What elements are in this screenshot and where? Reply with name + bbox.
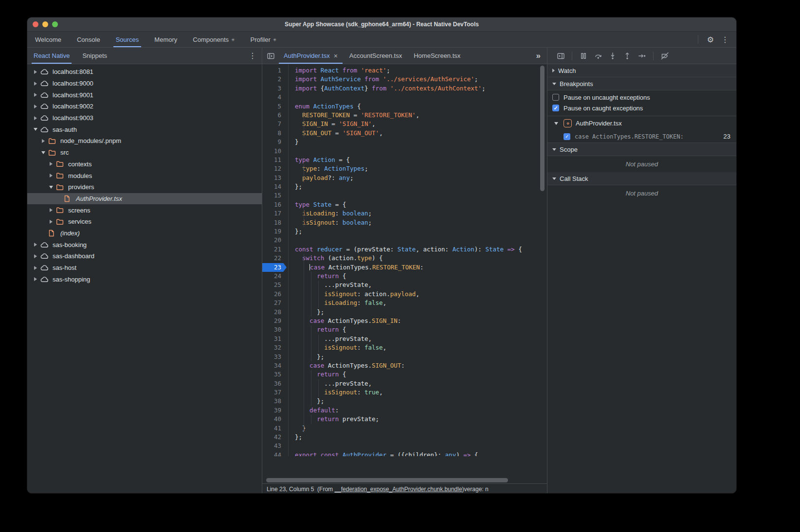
tree-item-index[interactable]: (index) — [27, 228, 262, 239]
tree-item-sas-shopping[interactable]: sas-shopping — [27, 273, 262, 285]
line-number[interactable]: 28 — [262, 308, 287, 317]
tree-item-sas-host[interactable]: sas-host — [27, 262, 262, 274]
checked-checkbox[interactable]: ✓ — [564, 133, 570, 140]
tree-item-sas-booking[interactable]: sas-booking — [27, 239, 262, 250]
tree-item-localhost-9002[interactable]: localhost:9002 — [27, 101, 262, 112]
line-number[interactable]: 12 — [262, 164, 287, 173]
editor-tab-homescreen-tsx[interactable]: HomeScreen.tsx — [409, 48, 465, 64]
line-number[interactable]: 16 — [262, 200, 287, 209]
line-number[interactable]: 17 — [262, 209, 287, 218]
line-number[interactable]: 20 — [262, 236, 287, 245]
tree-expanded-arrow-icon[interactable] — [39, 151, 47, 154]
checked-checkbox[interactable]: ✓ — [552, 105, 559, 111]
line-number[interactable]: 29 — [262, 317, 287, 325]
tab-sources[interactable]: Sources — [113, 32, 142, 47]
tree-item-providers[interactable]: providers — [27, 181, 262, 193]
line-number[interactable]: 38 — [262, 397, 287, 406]
line-number[interactable]: 3 — [262, 84, 287, 93]
line-number[interactable]: 37 — [262, 388, 287, 397]
tree-item-sas-auth[interactable]: sas-auth — [27, 124, 262, 135]
unchecked-checkbox[interactable] — [552, 94, 559, 101]
line-number[interactable]: 9 — [262, 138, 287, 146]
line-number[interactable]: 1 — [262, 66, 287, 75]
code-editor[interactable]: 1import React from 'react';2import AuthS… — [262, 64, 547, 477]
tree-collapsed-arrow-icon[interactable] — [47, 174, 55, 177]
line-number[interactable]: 13 — [262, 174, 287, 182]
tree-expanded-arrow-icon[interactable] — [32, 128, 39, 131]
tab-memory[interactable]: Memory — [152, 32, 180, 47]
step-into-icon[interactable] — [605, 50, 620, 62]
tree-collapsed-arrow-icon[interactable] — [47, 220, 55, 224]
editor-horizontal-scrollbar[interactable] — [266, 478, 508, 482]
tree-item-contexts[interactable]: contexts — [27, 159, 262, 170]
line-number[interactable]: 43 — [262, 442, 287, 450]
tree-collapsed-arrow-icon[interactable] — [32, 93, 39, 97]
navigator-tab-react-native[interactable]: React Native — [32, 48, 72, 64]
tree-collapsed-arrow-icon[interactable] — [32, 277, 39, 281]
step-icon[interactable] — [635, 50, 649, 62]
close-window-button[interactable] — [33, 21, 38, 27]
line-number[interactable]: 8 — [262, 129, 287, 138]
settings-gear-icon[interactable]: ⚙ — [704, 33, 717, 46]
scope-section-header[interactable]: Scope — [547, 143, 736, 156]
editor-tab-accountscreen-tsx[interactable]: AccountScreen.tsx — [345, 48, 407, 64]
tree-item-screens[interactable]: screens — [27, 204, 262, 216]
line-number[interactable]: 22 — [262, 254, 287, 263]
line-number[interactable]: 26 — [262, 290, 287, 299]
tab-console[interactable]: Console — [74, 32, 103, 47]
line-number[interactable]: 14 — [262, 182, 287, 191]
tree-collapsed-arrow-icon[interactable] — [32, 116, 39, 120]
line-number[interactable]: 40 — [262, 415, 287, 424]
line-number[interactable]: 21 — [262, 245, 287, 254]
line-number[interactable]: 11 — [262, 156, 287, 164]
line-number[interactable]: 10 — [262, 147, 287, 156]
line-number[interactable]: 41 — [262, 424, 287, 433]
tree-item-localhost-8081[interactable]: localhost:8081 — [27, 66, 262, 78]
line-number[interactable]: 44 — [262, 451, 287, 456]
tree-item-sas-dashboard[interactable]: sas-dashboard — [27, 250, 262, 262]
tree-item-modules[interactable]: modules — [27, 170, 262, 181]
tree-collapsed-arrow-icon[interactable] — [32, 266, 39, 270]
deactivate-breakpoints-icon[interactable] — [657, 50, 672, 62]
tree-collapsed-arrow-icon[interactable] — [32, 254, 39, 258]
minimize-window-button[interactable] — [42, 21, 48, 27]
source-bundle-link[interactable]: __federation_expose_AuthProvider.chunk.b… — [334, 486, 462, 493]
watch-section-header[interactable]: Watch — [547, 64, 736, 77]
navigator-menu-kebab-icon[interactable]: ⋮ — [246, 50, 259, 62]
pause-icon[interactable] — [576, 50, 591, 62]
line-number[interactable]: 42 — [262, 433, 287, 442]
breakpoint-entry[interactable]: ✓case ActionTypes.RESTORE_TOKEN:23 — [547, 130, 736, 143]
more-options-kebab-icon[interactable]: ⋮ — [719, 33, 731, 46]
tab-profiler[interactable]: Profiler✳ — [248, 32, 279, 47]
line-number[interactable]: 4 — [262, 93, 287, 102]
line-number[interactable]: 24 — [262, 272, 287, 281]
more-tabs-chevron-icon[interactable]: » — [536, 48, 547, 64]
execution-line-number[interactable]: 23 — [262, 263, 287, 272]
line-number[interactable]: 31 — [262, 335, 287, 343]
line-number[interactable]: 7 — [262, 120, 287, 128]
line-number[interactable]: 36 — [262, 379, 287, 388]
toggle-navigator-icon[interactable] — [262, 48, 279, 64]
line-number[interactable]: 6 — [262, 111, 287, 120]
breakpoints-section-header[interactable]: Breakpoints — [547, 77, 736, 90]
tree-item-localhost-9001[interactable]: localhost:9001 — [27, 89, 262, 101]
tree-collapsed-arrow-icon[interactable] — [32, 82, 39, 86]
line-number[interactable]: 34 — [262, 361, 287, 370]
tree-item-src[interactable]: src — [27, 147, 262, 159]
tree-collapsed-arrow-icon[interactable] — [47, 162, 55, 166]
line-number[interactable]: 25 — [262, 281, 287, 289]
step-out-icon[interactable] — [620, 50, 635, 62]
tree-expanded-arrow-icon[interactable] — [47, 186, 55, 189]
line-number[interactable]: 5 — [262, 102, 287, 111]
close-tab-icon[interactable]: × — [334, 52, 338, 60]
line-number[interactable]: 32 — [262, 343, 287, 352]
tree-collapsed-arrow-icon[interactable] — [39, 139, 47, 143]
line-number[interactable]: 30 — [262, 325, 287, 334]
tab-welcome[interactable]: Welcome — [33, 32, 64, 47]
tree-collapsed-arrow-icon[interactable] — [47, 208, 55, 212]
editor-vertical-scrollbar[interactable] — [540, 66, 545, 191]
line-number[interactable]: 33 — [262, 353, 287, 361]
line-number[interactable]: 18 — [262, 218, 287, 227]
breakpoint-file-group[interactable]: ‹›AuthProvider.tsx — [547, 116, 736, 130]
tree-collapsed-arrow-icon[interactable] — [32, 105, 39, 108]
